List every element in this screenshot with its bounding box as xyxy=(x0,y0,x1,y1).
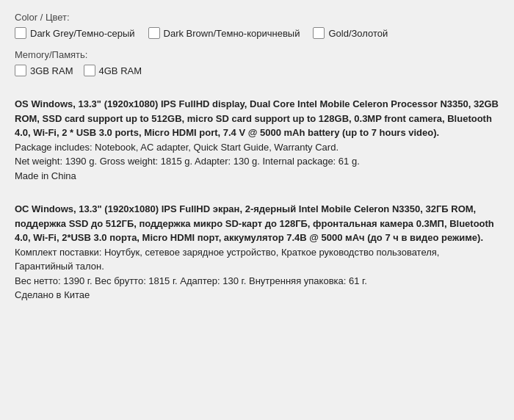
memory-3gb-label: 3GB RAM xyxy=(30,65,73,76)
color-option-dark-brown[interactable]: Dark Brown/Темно-коричневый xyxy=(148,27,300,39)
color-section: Color / Цвет: Dark Grey/Темно-серый Dark… xyxy=(15,12,499,39)
memory-options-row: 3GB RAM 4GB RAM xyxy=(15,65,499,76)
memory-section: Memory/Память: 3GB RAM 4GB RAM xyxy=(15,49,499,76)
memory-label: Memory/Память: xyxy=(15,49,499,60)
desc-en-weight: Net weight: 1390 g. Gross weight: 1815 g… xyxy=(15,156,360,167)
desc-ru-weight: Вес нетто: 1390 г. Вес брутто: 1815 г. А… xyxy=(15,275,367,286)
desc-ru-package: Комплект поставки: Ноутбук, сетевое заря… xyxy=(15,247,439,272)
desc-en-bold: OS Windows, 13.3" (1920x1080) IPS FullHD… xyxy=(15,98,499,138)
desc-ru-made-in: Сделано в Китае xyxy=(15,289,90,300)
color-option-dark-grey[interactable]: Dark Grey/Темно-серый xyxy=(15,27,135,39)
memory-4gb-label: 4GB RAM xyxy=(99,65,142,76)
color-dark-brown-label: Dark Brown/Темно-коричневый xyxy=(164,28,300,39)
memory-option-4gb[interactable]: 4GB RAM xyxy=(84,65,142,76)
color-gold-label: Gold/Золотой xyxy=(328,28,388,39)
color-options-row: Dark Grey/Темно-серый Dark Brown/Темно-к… xyxy=(15,27,499,39)
checkbox-dark-brown[interactable] xyxy=(148,27,160,39)
desc-en-package: Package includes: Notebook, AC adapter, … xyxy=(15,142,339,153)
checkbox-4gb[interactable] xyxy=(84,65,95,76)
checkbox-gold[interactable] xyxy=(313,27,325,39)
memory-option-3gb[interactable]: 3GB RAM xyxy=(15,65,73,76)
desc-en-made-in: Made in China xyxy=(15,170,76,181)
color-dark-grey-label: Dark Grey/Темно-серый xyxy=(30,28,135,39)
checkbox-dark-grey[interactable] xyxy=(15,27,26,39)
description-en: OS Windows, 13.3" (1920x1080) IPS FullHD… xyxy=(15,97,499,183)
color-option-gold[interactable]: Gold/Золотой xyxy=(313,27,388,39)
desc-ru-bold: ОС Windows, 13.3" (1920x1080) IPS FullHD… xyxy=(15,203,494,243)
color-label: Color / Цвет: xyxy=(15,12,499,23)
description-ru: ОС Windows, 13.3" (1920x1080) IPS FullHD… xyxy=(15,202,499,303)
checkbox-3gb[interactable] xyxy=(15,65,26,76)
